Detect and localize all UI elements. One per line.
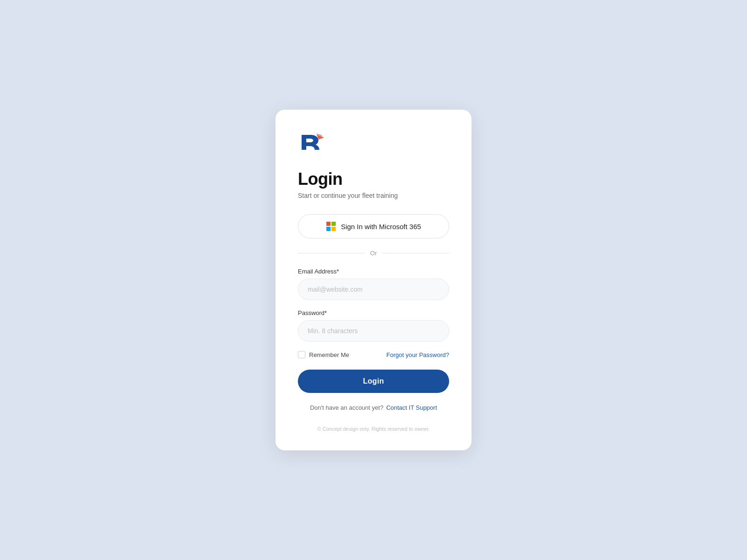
no-account-text: Don't have an account yet? bbox=[310, 404, 383, 411]
page-subtitle: Start or continue your fleet training bbox=[298, 192, 449, 199]
login-card: Login Start or continue your fleet train… bbox=[275, 110, 472, 450]
contact-support-link[interactable]: Contact IT Support bbox=[386, 404, 437, 411]
remember-me-checkbox[interactable] bbox=[298, 351, 305, 358]
divider: Or bbox=[298, 250, 449, 257]
logo-container bbox=[298, 132, 449, 153]
email-label: Email Address* bbox=[298, 268, 449, 275]
divider-line-left bbox=[298, 253, 365, 253]
email-input[interactable] bbox=[298, 279, 449, 300]
svg-rect-1 bbox=[331, 222, 336, 226]
password-field-group: Password* bbox=[298, 309, 449, 342]
remember-me-text: Remember Me bbox=[309, 351, 349, 358]
remember-me-label[interactable]: Remember Me bbox=[298, 351, 349, 358]
microsoft-icon bbox=[326, 221, 336, 231]
svg-rect-2 bbox=[326, 227, 331, 231]
password-input[interactable] bbox=[298, 320, 449, 342]
email-field-group: Email Address* bbox=[298, 268, 449, 300]
divider-line-right bbox=[382, 253, 449, 253]
microsoft-button-label: Sign In with Microsoft 365 bbox=[341, 223, 421, 231]
divider-text: Or bbox=[370, 250, 377, 257]
svg-rect-3 bbox=[331, 227, 336, 231]
form-options-row: Remember Me Forgot your Password? bbox=[298, 351, 449, 358]
forgot-password-link[interactable]: Forgot your Password? bbox=[387, 351, 449, 358]
login-button[interactable]: Login bbox=[298, 370, 449, 393]
password-label: Password* bbox=[298, 309, 449, 316]
brand-logo bbox=[298, 132, 324, 151]
microsoft-signin-button[interactable]: Sign In with Microsoft 365 bbox=[298, 214, 449, 238]
support-row: Don't have an account yet? Contact IT Su… bbox=[298, 404, 449, 411]
svg-rect-0 bbox=[326, 222, 331, 226]
page-title: Login bbox=[298, 169, 449, 189]
copyright-text: © Concept design only. Rights reserved t… bbox=[298, 426, 449, 432]
